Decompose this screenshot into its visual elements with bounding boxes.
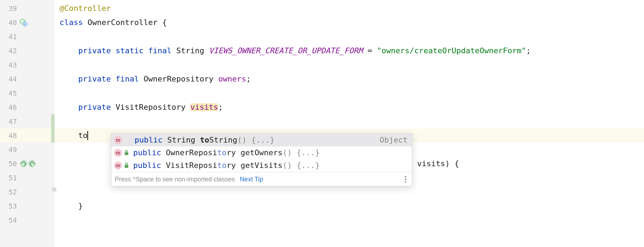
- code-line: [55, 86, 644, 100]
- gutter-line: 47: [0, 114, 55, 128]
- code-line: class OwnerController {: [55, 16, 644, 30]
- code-line: private static final String VIEWS_OWNER_…: [55, 44, 644, 58]
- lineno: 51: [5, 174, 17, 181]
- lock-icon: [123, 150, 130, 156]
- keyword: private: [78, 75, 111, 83]
- class-name: OwnerController: [87, 19, 157, 26]
- keyword: class: [60, 19, 83, 26]
- gutter-line: 40 c: [0, 16, 55, 30]
- fold-handle-icon[interactable]: [52, 186, 57, 191]
- editor: 39 40 c 41 42 43 44 45 46 47 48 49 50: [0, 0, 644, 247]
- keyword: private: [78, 47, 111, 55]
- field: owners: [218, 75, 246, 83]
- next-tip-link[interactable]: Next Tip: [240, 176, 263, 182]
- semicolon: ;: [246, 75, 251, 83]
- gutter-line: 42: [0, 44, 55, 58]
- type: String: [176, 47, 204, 55]
- code-line: [55, 213, 644, 227]
- svg-text:c: c: [24, 22, 26, 26]
- code-line: }: [55, 199, 644, 213]
- type: OwnerRepository: [143, 75, 213, 83]
- code-line: [55, 30, 644, 44]
- code-area[interactable]: @Controller class OwnerController { priv…: [55, 0, 644, 247]
- lineno: 53: [5, 203, 17, 210]
- code-line: @Controller: [55, 1, 644, 16]
- code-line: private final OwnerRepository owners;: [55, 72, 644, 86]
- vcs-add-marker: [51, 114, 55, 128]
- svg-rect-6: [125, 165, 128, 168]
- lineno: 44: [5, 76, 17, 83]
- method-icon: m: [114, 149, 122, 157]
- completion-signature: public String toString() {...}: [135, 136, 274, 144]
- gutter-line: 39: [0, 1, 55, 16]
- gutter-line: 52: [0, 185, 55, 199]
- semicolon: ;: [218, 103, 223, 111]
- more-icon[interactable]: [403, 174, 408, 185]
- typed-text: to: [78, 132, 88, 139]
- svg-rect-5: [125, 152, 128, 155]
- brace: }: [78, 202, 83, 210]
- autocomplete-item[interactable]: m public String toString() {...} Object: [111, 134, 412, 146]
- svg-point-3: [20, 161, 27, 167]
- gutter-line: 54: [0, 213, 55, 227]
- code-line: private VisitRepository visits;: [55, 100, 644, 114]
- text-caret: [87, 131, 88, 140]
- lineno: 39: [5, 5, 17, 12]
- keyword: private: [78, 103, 111, 111]
- lineno: 40: [5, 19, 17, 26]
- field-highlighted: visits: [190, 103, 218, 111]
- code-line: [55, 185, 644, 199]
- gutter-line: 46: [0, 100, 55, 114]
- lineno: 47: [5, 118, 17, 125]
- gutter-line: 45: [0, 86, 55, 100]
- brace: {: [157, 19, 167, 26]
- method-icon: m: [114, 136, 122, 144]
- gutter-line: 41: [0, 30, 55, 44]
- recursive-call-icon[interactable]: [20, 160, 27, 168]
- gutter-line: 48: [0, 128, 55, 143]
- op-eq: =: [363, 47, 377, 55]
- lineno: 48: [5, 132, 17, 139]
- gutter-line: 43: [0, 58, 55, 72]
- autocomplete-item[interactable]: m public VisitRepository getVisits() {..…: [111, 159, 412, 172]
- lineno: 43: [5, 61, 17, 68]
- keyword: static: [116, 47, 143, 55]
- recursive-call-icon[interactable]: [28, 160, 36, 168]
- constant: VIEWS_OWNER_CREATE_OR_UPDATE_FORM: [209, 47, 363, 55]
- autocomplete-item[interactable]: m public OwnerRepository getOwners() {..…: [111, 146, 412, 159]
- keyword: final: [116, 75, 139, 83]
- code-line: [55, 58, 644, 72]
- annotation: @Controller: [60, 5, 111, 12]
- svg-point-4: [29, 161, 35, 167]
- gutter-line: 44: [0, 72, 55, 86]
- gutter-line: 53: [0, 199, 55, 213]
- autocomplete-popup: m public String toString() {...} Object …: [111, 133, 412, 186]
- semicolon: ;: [526, 47, 531, 55]
- vcs-add-marker: [51, 128, 55, 143]
- gutter-line: 49: [0, 143, 55, 157]
- lineno: 54: [5, 217, 17, 224]
- gutter-line: 50: [0, 157, 55, 171]
- lineno: 49: [5, 146, 17, 153]
- completion-rtype: Object: [380, 136, 408, 144]
- lineno: 52: [5, 188, 17, 195]
- lineno: 42: [5, 47, 17, 54]
- lineno: 46: [5, 104, 17, 111]
- type: VisitRepository: [116, 103, 186, 111]
- lock-icon: [123, 162, 130, 169]
- gutter: 39 40 c 41 42 43 44 45 46 47 48 49 50: [0, 0, 55, 247]
- keyword: final: [148, 47, 172, 55]
- lineno: 50: [5, 160, 17, 167]
- autocomplete-footer: Press ^Space to see non-imported classes…: [111, 172, 412, 186]
- class-icon[interactable]: c: [20, 19, 27, 26]
- lineno: 45: [5, 90, 17, 97]
- code-line: [55, 114, 644, 128]
- method-icon: m: [114, 162, 122, 169]
- lineno: 41: [5, 33, 17, 40]
- completion-signature: public VisitRepository getVisits() {...}: [133, 162, 320, 169]
- autocomplete-hint: Press ^Space to see non-imported classes: [115, 176, 235, 182]
- gutter-line: 51: [0, 171, 55, 185]
- string-literal: "owners/createOrUpdateOwnerForm": [377, 47, 526, 55]
- completion-signature: public OwnerRepository getOwners() {...}: [133, 149, 320, 157]
